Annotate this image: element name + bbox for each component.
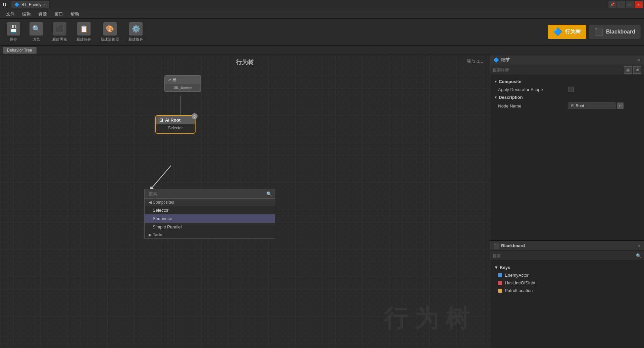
browse-label: 浏览 <box>33 37 40 42</box>
blackboard-search-icon: 🔍 <box>636 253 641 258</box>
watermark: 行 为 树 <box>384 302 470 335</box>
connector-line <box>180 96 180 115</box>
new-decorator-button[interactable]: 🎨 新建装饰器 <box>97 20 122 44</box>
menu-file[interactable]: 文件 <box>3 10 18 18</box>
blackboard-panel-title: Blackboard <box>501 243 525 248</box>
save-button[interactable]: 💾 保存 <box>3 20 23 44</box>
behavior-tree-tab[interactable]: Behavior Tree <box>3 47 37 54</box>
menu-help[interactable]: 帮助 <box>67 10 83 18</box>
composite-section: ▼ Composite <box>490 78 644 85</box>
graph-area[interactable]: 行为树 缩放 1:1 行 为 树 ↗ 根 BB_Enemy ⊡ AI Root <box>0 55 490 348</box>
description-triangle: ▼ <box>494 95 497 99</box>
description-section-label: Description <box>499 95 523 100</box>
apply-decorator-scope-value <box>569 87 636 92</box>
apply-decorator-scope-checkbox[interactable] <box>569 87 574 92</box>
node-name-label: Node Name <box>498 103 566 109</box>
details-search: ▦ 👁 <box>490 65 644 75</box>
keys-label: Keys <box>500 265 510 270</box>
menu-bar: 文件 编辑 资源 窗口 帮助 <box>0 9 644 19</box>
node-name-input[interactable] <box>569 102 615 109</box>
tasks-header[interactable]: ▶ Tasks <box>145 231 275 238</box>
selector-item[interactable]: Selector <box>145 206 275 214</box>
details-search-input[interactable] <box>493 68 622 72</box>
details-panel: 🔷 细节 × ▦ 👁 ▼ Composite <box>490 55 644 241</box>
tab-label: BT_Enemy <box>21 2 41 7</box>
composites-label: Composites <box>153 200 174 205</box>
new-decorator-icon: 🎨 <box>103 22 117 36</box>
new-blackboard-button[interactable]: ⬛ 新建黑板 <box>49 20 70 44</box>
browse-icon: 🔍 <box>30 22 43 36</box>
patrol-location-key[interactable]: PatrolLocation <box>490 287 644 294</box>
details-panel-title: 细节 <box>501 57 510 63</box>
blackboard-panel-close-btn[interactable]: × <box>638 243 641 249</box>
details-eye-btn[interactable]: 👁 <box>633 66 641 74</box>
simple-parallel-item[interactable]: Simple Parallel <box>145 223 275 231</box>
keys-section: ▼ Keys <box>490 264 644 271</box>
blackboard-search: 🔍 <box>490 251 644 261</box>
composites-triangle: ◀ <box>149 200 153 205</box>
new-blackboard-label: 新建黑板 <box>52 37 67 42</box>
has-line-of-sight-key[interactable]: HasLineOfSight <box>490 279 644 287</box>
new-service-label: 新建服务 <box>128 37 143 42</box>
tab-close-btn[interactable]: × <box>43 3 45 7</box>
close-btn[interactable]: × <box>635 1 643 8</box>
right-panel: 🔷 细节 × ▦ 👁 ▼ Composite <box>490 55 644 348</box>
browse-button[interactable]: 🔍 浏览 <box>26 20 46 44</box>
new-task-button[interactable]: 📋 新建任务 <box>73 20 95 44</box>
menu-window[interactable]: 窗口 <box>51 10 66 18</box>
ai-root-subtext-label: Selector <box>168 126 183 130</box>
has-line-of-sight-dot <box>498 281 502 285</box>
new-blackboard-icon: ⬛ <box>53 22 66 36</box>
svg-line-0 <box>151 165 171 189</box>
root-node-title: 根 <box>172 77 176 83</box>
arrow-connector <box>131 165 171 192</box>
root-node[interactable]: ↗ 根 BB_Enemy <box>164 75 201 92</box>
tasks-triangle: ▶ <box>149 232 152 237</box>
enemy-actor-label: EnemyActor <box>505 273 529 278</box>
behavior-tree-mode-btn[interactable]: 🔷 行为树 <box>548 25 586 39</box>
behavior-tree-mode-label: 行为树 <box>565 28 581 36</box>
blackboard-panel-header: ⬛ Blackboard × <box>490 241 644 251</box>
tab-bar: 🔷 BT_Enemy × <box>11 1 49 8</box>
title-bar: U 🔷 BT_Enemy × 📌 ─ □ × <box>0 0 644 9</box>
has-line-of-sight-label: HasLineOfSight <box>505 280 535 285</box>
ai-root-node[interactable]: ⊡ AI Root 0 Selector <box>155 115 196 134</box>
new-task-icon: 📋 <box>77 22 91 36</box>
main-tab[interactable]: 🔷 BT_Enemy × <box>11 1 49 8</box>
context-search-input[interactable] <box>147 189 266 198</box>
apply-decorator-scope-label: Apply Decorator Scope <box>498 87 566 92</box>
composites-header[interactable]: ◀ Composites <box>145 199 275 206</box>
ai-root-header: ⊡ AI Root 0 <box>156 116 195 124</box>
details-panel-icon: 🔷 <box>493 57 499 63</box>
details-content: ▼ Composite Apply Decorator Scope ▼ Desc… <box>490 75 644 240</box>
blackboard-mode-label: Blackboard <box>606 29 635 35</box>
node-name-reset-btn[interactable]: ↩ <box>617 102 624 109</box>
composite-section-label: Composite <box>499 79 521 84</box>
new-service-button[interactable]: ⚙️ 新建服务 <box>125 20 147 44</box>
content-area: 行为树 缩放 1:1 行 为 树 ↗ 根 BB_Enemy ⊡ AI Root <box>0 55 644 348</box>
new-decorator-label: 新建装饰器 <box>101 37 119 42</box>
minimize-btn[interactable]: ─ <box>617 1 625 8</box>
apply-decorator-scope-row: Apply Decorator Scope <box>490 85 644 93</box>
sequence-item[interactable]: Sequence <box>145 214 275 223</box>
menu-assets[interactable]: 资源 <box>35 10 50 18</box>
context-menu: 🔍 ◀ Composites Selector Sequence Simple … <box>144 189 275 239</box>
window-controls: 📌 ─ □ × <box>608 1 644 8</box>
sub-toolbar: Behavior Tree <box>0 46 644 55</box>
graph-title: 行为树 <box>236 58 254 66</box>
pin-btn[interactable]: 📌 <box>608 1 616 8</box>
search-icon: 🔍 <box>266 191 272 197</box>
root-node-subtext: BB_Enemy <box>173 85 192 89</box>
blackboard-mode-icon: ⬛ <box>594 27 603 36</box>
details-view-btn[interactable]: ▦ <box>624 66 632 74</box>
context-search: 🔍 <box>145 189 275 199</box>
enemy-actor-key[interactable]: EnemyActor <box>490 271 644 279</box>
toolbar: 💾 保存 🔍 浏览 ⬛ 新建黑板 📋 新建任务 🎨 新建装饰器 ⚙️ 新建服务 … <box>0 19 644 46</box>
details-toolbar: ▦ 👁 <box>624 66 641 74</box>
details-panel-close-btn[interactable]: × <box>638 57 641 63</box>
blackboard-search-input[interactable] <box>493 254 634 258</box>
blackboard-mode-btn[interactable]: ⬛ Blackboard <box>589 25 641 39</box>
menu-edit[interactable]: 编辑 <box>19 10 34 18</box>
maximize-btn[interactable]: □ <box>626 1 634 8</box>
root-node-header: ↗ 根 <box>165 76 201 84</box>
